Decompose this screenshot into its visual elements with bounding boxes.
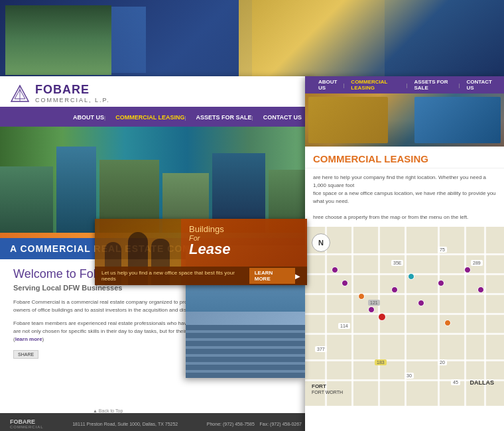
building-images-strip	[0, 127, 312, 233]
learn-more-button[interactable]: LEARN MORE	[249, 268, 295, 284]
commercial-leasing-desc: are here to help your company find the r…	[305, 168, 504, 227]
footer-contact: Phone: (972) 458-7585 Fax: (972) 458-026…	[207, 422, 302, 426]
map-pin[interactable]	[477, 286, 484, 293]
footer-logo-sub: COMMERCIAL	[10, 425, 44, 429]
lease-overlay: Buildings For Lease Let us help you find…	[95, 219, 307, 285]
right-building-image	[305, 93, 504, 147]
map-pin[interactable]	[444, 320, 451, 326]
top-building-strip	[0, 0, 504, 80]
lease-main-label: Lease	[189, 242, 299, 257]
map-road	[438, 227, 440, 406]
map-pin-selected[interactable]	[378, 313, 386, 321]
right-nav-about[interactable]: ABOUT US	[318, 79, 344, 91]
highway-label: 30	[405, 373, 414, 379]
map-pin[interactable]	[408, 273, 414, 280]
footer-address: 18111 Preston Road, Suite 1000, Dallas, …	[72, 422, 178, 426]
learn-more-link[interactable]: learn more	[15, 336, 42, 342]
commercial-leasing-title: COMMERCIAL LEASING	[305, 147, 504, 168]
highway-label: 75	[438, 247, 447, 253]
nav-leasing[interactable]: COMMERCIAL LEASING	[115, 114, 184, 121]
map-pin[interactable]	[358, 293, 365, 300]
highway-label: 377	[315, 346, 327, 352]
back-to-top[interactable]: ▲ Back to Top	[93, 408, 123, 413]
map-pin[interactable]	[391, 286, 398, 293]
lease-cta-bar: Let us help you find a new office space …	[95, 267, 307, 285]
top-right-building-photo	[252, 0, 504, 76]
map-road	[325, 227, 327, 406]
site-footer: FOBARE COMMERCIAL 18111 Preston Road, Su…	[0, 413, 312, 431]
right-nav-leasing[interactable]: COMMERCIAL LEASING	[351, 79, 406, 91]
fort-worth-label: FORTFORT Worth	[312, 384, 343, 396]
highway-label: 35E	[391, 260, 403, 266]
map-pin[interactable]	[368, 306, 375, 313]
nav-about[interactable]: ABOUT US	[73, 114, 104, 121]
map-compass: N	[312, 233, 330, 252]
logo-subtitle: COMMERCIAL, L.P.	[35, 97, 110, 103]
right-navbar: ABOUT US | COMMERCIAL LEASING | ASSETS F…	[305, 76, 504, 93]
map-road	[351, 227, 353, 406]
canopy-structure	[385, 20, 491, 53]
map-pin[interactable]	[342, 280, 348, 286]
right-nav-assets[interactable]: ASSETS FOR SALE	[414, 79, 459, 91]
map-pin[interactable]	[464, 267, 471, 273]
highway-label: 114	[338, 323, 350, 329]
map-road	[464, 227, 466, 406]
left-site-navbar: ABOUT US | COMMERCIAL LEASING | ASSETS F…	[0, 108, 312, 127]
site-header: FOBARE COMMERCIAL, L.P.	[0, 76, 312, 108]
nav-assets[interactable]: ASSETS FOR SALE	[196, 114, 252, 121]
right-nav-contact[interactable]: CONTACT US	[466, 79, 497, 91]
logo-name: FOBARE	[35, 83, 110, 97]
footer-logo: FOBARE	[10, 418, 44, 425]
highway-label: 20	[438, 359, 447, 365]
dallas-label: DALLAS	[470, 379, 495, 386]
lease-buildings-label: Buildings	[189, 224, 299, 234]
map-pin[interactable]	[438, 280, 444, 286]
learn-more-arrow-icon: ▶	[295, 273, 300, 280]
highway-label: 289	[471, 260, 483, 266]
property-map[interactable]: N FORTFORT Worth DALLAS 377 114 121 35E …	[305, 227, 504, 406]
logo-pyramid-icon	[10, 84, 30, 103]
highway-label: 183	[375, 359, 387, 365]
share-button[interactable]: SHARE	[13, 350, 38, 359]
right-site-panel: ABOUT US | COMMERCIAL LEASING | ASSETS F…	[305, 76, 504, 431]
top-left-building-photo	[5, 5, 111, 75]
map-road	[405, 227, 407, 406]
map-pin[interactable]	[332, 267, 338, 273]
highway-label: 121	[368, 300, 380, 306]
lease-subtitle: Let us help you find a new office space …	[101, 270, 249, 282]
nav-contact[interactable]: CONTACT US	[263, 114, 302, 121]
map-pin[interactable]	[418, 300, 424, 306]
building-stripes	[186, 325, 305, 378]
highway-label: 45	[451, 379, 460, 385]
